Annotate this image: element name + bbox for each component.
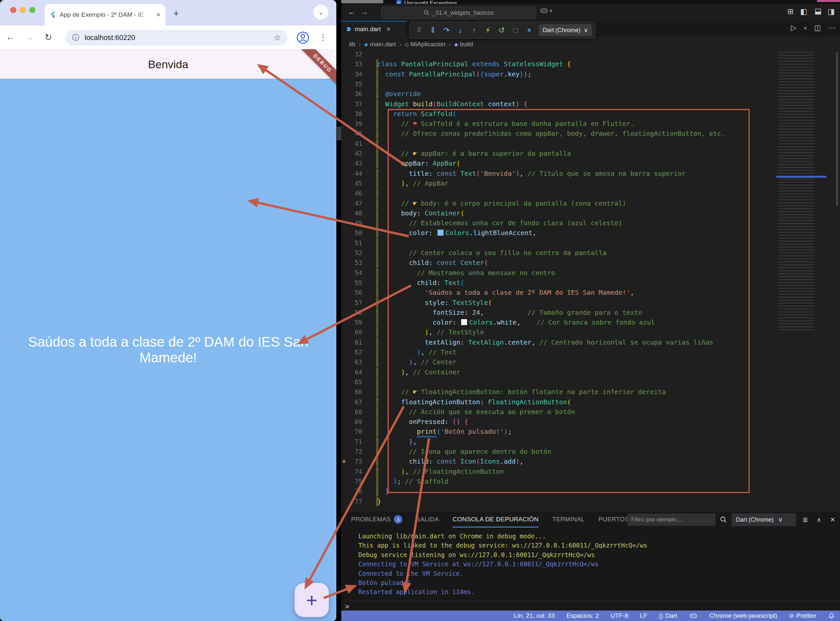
- window-zoom-button[interactable]: [29, 7, 35, 13]
- code-text: ), // Text: [377, 347, 456, 357]
- code-text: // ⚑ Scaffold é a estrutura base dunha p…: [377, 119, 634, 129]
- gutter-plus-icon[interactable]: +: [342, 456, 346, 466]
- pause-icon[interactable]: ‖: [427, 24, 439, 36]
- breadcrumb-item-lib[interactable]: lib: [349, 41, 355, 48]
- tab-search-button[interactable]: ⌄: [313, 5, 328, 20]
- console-line[interactable]: Restarted application in 114ms.: [358, 587, 647, 597]
- line-number: 48: [341, 208, 362, 218]
- cursor-position[interactable]: Lín. 21, col. 33: [514, 612, 555, 619]
- new-tab-button[interactable]: +: [173, 8, 179, 19]
- customize-layout-icon[interactable]: ⊞: [787, 7, 794, 16]
- panel-tab-consola-de-depuración[interactable]: CONSOLA DE DEPURACIÓN: [453, 511, 538, 527]
- breadcrumb-item-miaplicacion[interactable]: ◇ MiAplicacion: [405, 41, 445, 48]
- bookmark-star-icon[interactable]: ☆: [273, 33, 281, 42]
- toggle-secondary-sidebar-icon[interactable]: ◨: [828, 7, 835, 16]
- hot-reload-icon[interactable]: ⚡: [482, 24, 494, 36]
- debug-session-picker[interactable]: Dart (Chrome) ∨: [539, 24, 592, 36]
- tab-close-icon[interactable]: ✕: [156, 12, 161, 18]
- code-editor[interactable]: 3233class PantallaPrincipal extends Stat…: [341, 49, 840, 511]
- step-over-icon[interactable]: ↷: [441, 24, 453, 36]
- code-line: 69 onPressed: () {: [341, 417, 840, 427]
- console-line[interactable]: This app is linked to the debug service:…: [358, 541, 647, 550]
- url-text: localhost:60220: [85, 33, 269, 42]
- editor-scrollbar[interactable]: [836, 49, 838, 206]
- drag-handle-icon[interactable]: ⠿: [413, 24, 425, 36]
- reload-button[interactable]: ↻: [45, 32, 52, 42]
- copilot-icon[interactable]: [689, 612, 697, 619]
- command-center-search[interactable]: _01.4_widgets_basicos: [381, 6, 536, 19]
- tab-close-icon[interactable]: ✕: [386, 26, 390, 32]
- line-number: 54: [341, 268, 362, 278]
- code-line: 65: [341, 377, 840, 387]
- language-mode[interactable]: {}Dart: [659, 612, 677, 619]
- browser-menu-icon[interactable]: ⋮: [319, 32, 328, 42]
- browser-tab[interactable]: App de Exemplo - 2º DAM - IE ✕: [45, 4, 166, 26]
- step-into-icon[interactable]: ↓: [454, 24, 466, 36]
- panel-tab-puertos[interactable]: PUERTOS: [598, 511, 629, 527]
- code-text: }: [377, 497, 381, 506]
- line-number: 57: [341, 298, 362, 307]
- more-actions-icon[interactable]: ⋯: [828, 24, 835, 32]
- nav-forward-icon[interactable]: →: [360, 7, 368, 17]
- tab-main-dart[interactable]: main.dart ✕: [341, 21, 407, 37]
- console-line[interactable]: Launching lib/main.dart on Chrome in deb…: [358, 532, 647, 541]
- code-text: child: Text(: [377, 278, 464, 288]
- line-number: 39: [341, 119, 362, 129]
- dart-file-icon: [346, 26, 352, 32]
- floating-action-button[interactable]: +: [295, 583, 329, 617]
- code-line: 48 body: Container(: [341, 208, 840, 218]
- indentation[interactable]: Espacios: 2: [567, 612, 599, 619]
- console-filter-input[interactable]: [628, 514, 715, 526]
- git-modified-marker: [376, 238, 378, 248]
- tab-label: main.dart: [355, 26, 381, 33]
- code-line: 61 textAlign: TextAlign.center, // Centr…: [341, 338, 840, 348]
- eol[interactable]: LF: [640, 612, 647, 619]
- debug-console-prompt[interactable]: >: [341, 600, 840, 610]
- collapse-panel-icon[interactable]: ∧: [817, 516, 822, 524]
- step-out-icon[interactable]: ↑: [468, 24, 480, 36]
- close-panel-icon[interactable]: ✕: [830, 516, 835, 524]
- code-text: ); // Scaffold: [377, 476, 448, 486]
- code-line: 52 // Center coloca o seu fillo no centr…: [341, 248, 840, 258]
- address-bar[interactable]: ⓘ localhost:60220 ☆: [65, 30, 287, 45]
- encoding[interactable]: UTF-8: [611, 612, 628, 619]
- forward-button[interactable]: →: [25, 32, 34, 42]
- window-minimize-button[interactable]: [20, 7, 26, 13]
- nav-back-icon[interactable]: ←: [348, 7, 356, 17]
- toggle-panel-icon[interactable]: ◧: [813, 8, 822, 15]
- toggle-primary-sidebar-icon[interactable]: ◧: [800, 7, 808, 16]
- console-session-select[interactable]: Dart (Chrome) ∨: [732, 513, 796, 526]
- run-chevron-icon[interactable]: ∨: [804, 25, 807, 30]
- panel-tab-terminal[interactable]: TERMINAL: [552, 511, 585, 527]
- debug-run-icon[interactable]: ▷: [791, 24, 796, 32]
- back-button[interactable]: ←: [6, 32, 15, 42]
- widget-inspector-icon[interactable]: ⌖: [523, 24, 536, 36]
- window-close-button[interactable]: [10, 7, 17, 13]
- restart-icon[interactable]: ↺: [495, 24, 508, 36]
- problems-badge: 3: [394, 515, 402, 524]
- status-bar: Lín. 21, col. 33Espacios: 2UTF-8LF{}Dart…: [341, 610, 840, 621]
- console-line[interactable]: Botón pulsado!: [358, 578, 647, 587]
- console-line[interactable]: Connected to the VM Service.: [358, 569, 647, 578]
- notifications-bell-icon[interactable]: [828, 612, 835, 619]
- panel-tab-salida[interactable]: SALIDA: [416, 511, 439, 527]
- appbar-title: Benvida: [148, 58, 188, 71]
- code-text: color: Colors.lightBlueAccent,: [377, 228, 536, 238]
- copilot-titlebar-button[interactable]: ∨: [540, 7, 553, 14]
- git-modified-marker: [376, 79, 378, 89]
- site-info-icon[interactable]: ⓘ: [72, 33, 79, 42]
- debug-session-label: Dart (Chrome): [543, 27, 580, 34]
- split-editor-icon[interactable]: ◫: [814, 24, 821, 32]
- stop-icon[interactable]: □: [509, 24, 522, 36]
- breadcrumb-item-build[interactable]: ◆ build: [454, 41, 473, 48]
- code-line: 45 ), // AppBar: [341, 178, 840, 189]
- console-line[interactable]: Connecting to VM Service at ws://127.0.0…: [358, 559, 647, 568]
- minimap[interactable]: [776, 49, 826, 332]
- panel-tab-problemas[interactable]: PROBLEMAS3: [351, 511, 402, 527]
- console-line[interactable]: Debug service listening on ws://127.0.0.…: [358, 550, 647, 559]
- breadcrumb-item-main.dart[interactable]: ◈ main.dart: [364, 41, 396, 48]
- clear-console-icon[interactable]: ≣: [803, 516, 808, 524]
- formatter-status[interactable]: ⊘Prettier: [789, 612, 816, 619]
- debug-device[interactable]: Chrome (web-javascript): [709, 612, 777, 619]
- profile-avatar-icon[interactable]: [296, 31, 310, 44]
